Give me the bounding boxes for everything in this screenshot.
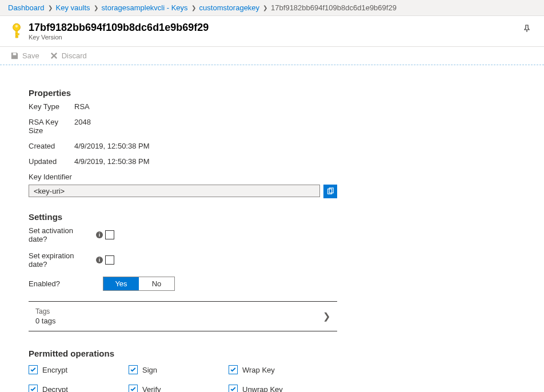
discard-button[interactable]: Discard: [50, 51, 87, 60]
discard-icon: [50, 51, 58, 60]
breadcrumb-vault-keys[interactable]: storagesamplekvcli - Keys: [102, 3, 188, 12]
key-identifier-label: Key Identifier: [29, 173, 337, 181]
content-area: Properties Key Type RSA RSA Key Size 204…: [0, 65, 366, 392]
permitted-operations-title: Permitted operations: [29, 349, 337, 358]
wrap-key-label: Wrap Key: [242, 366, 275, 374]
verify-label: Verify: [142, 385, 161, 393]
info-icon[interactable]: i: [96, 257, 103, 263]
key-type-value: RSA: [74, 102, 90, 111]
breadcrumb: Dashboard ❯ Key vaults ❯ storagesamplekv…: [0, 0, 544, 16]
encrypt-label: Encrypt: [42, 366, 67, 374]
rsa-key-size-value: 2048: [74, 118, 91, 135]
tags-count: 0 tags: [35, 317, 55, 325]
wrap-key-checkbox[interactable]: [229, 365, 238, 374]
toolbar: Save Discard: [0, 47, 544, 65]
discard-label: Discard: [62, 51, 87, 60]
copy-button[interactable]: [323, 185, 337, 198]
tags-row[interactable]: Tags 0 tags ❯: [29, 301, 337, 331]
settings-title: Settings: [29, 212, 337, 222]
chevron-right-icon: ❯: [263, 5, 267, 11]
activation-date-checkbox[interactable]: [105, 230, 114, 239]
enabled-label: Enabled?: [29, 279, 60, 288]
copy-icon: [326, 187, 334, 195]
activation-date-label: Set activation date?: [29, 226, 94, 243]
save-label: Save: [22, 51, 39, 60]
decrypt-checkbox[interactable]: [29, 385, 38, 392]
key-icon: [10, 23, 23, 40]
created-value: 4/9/2019, 12:50:38 PM: [74, 142, 150, 150]
page-title: 17bf9182bb694f109b8dc6d1e9b69f29: [29, 22, 209, 34]
pin-button[interactable]: [520, 22, 534, 37]
breadcrumb-dashboard[interactable]: Dashboard: [8, 3, 45, 12]
created-label: Created: [29, 142, 74, 150]
unwrap-key-checkbox[interactable]: [229, 385, 238, 392]
breadcrumb-key[interactable]: customstoragekey: [199, 3, 260, 12]
svg-rect-4: [15, 36, 18, 38]
page-header: 17bf9182bb694f109b8dc6d1e9b69f29 Key Ver…: [0, 16, 544, 47]
save-button[interactable]: Save: [10, 51, 39, 60]
tags-label: Tags: [35, 307, 55, 315]
sign-label: Sign: [142, 366, 157, 374]
chevron-right-icon: ❯: [323, 311, 330, 322]
enabled-toggle: Yes No: [103, 277, 175, 291]
svg-rect-3: [15, 34, 19, 35]
svg-point-1: [15, 25, 18, 28]
expiration-date-checkbox[interactable]: [105, 255, 114, 265]
breadcrumb-keyvaults[interactable]: Key vaults: [56, 3, 90, 12]
expiration-date-label: Set expiration date?: [29, 251, 94, 269]
properties-title: Properties: [29, 88, 337, 98]
enabled-yes[interactable]: Yes: [103, 277, 139, 290]
chevron-right-icon: ❯: [48, 5, 53, 11]
sign-checkbox[interactable]: [129, 365, 138, 374]
breadcrumb-current: 17bf9182bb694f109b8dc6d1e9b69f29: [271, 3, 397, 12]
verify-checkbox[interactable]: [129, 385, 138, 392]
save-icon: [10, 51, 19, 60]
encrypt-checkbox[interactable]: [29, 365, 38, 374]
info-icon[interactable]: i: [96, 231, 103, 238]
chevron-right-icon: ❯: [94, 5, 98, 11]
rsa-key-size-label: RSA Key Size: [29, 118, 74, 135]
chevron-right-icon: ❯: [191, 5, 196, 11]
updated-value: 4/9/2019, 12:50:38 PM: [74, 157, 150, 166]
updated-label: Updated: [29, 157, 74, 166]
enabled-no[interactable]: No: [139, 277, 174, 290]
unwrap-key-label: Unwrap Key: [242, 385, 283, 393]
key-identifier-field[interactable]: <key-uri>: [29, 185, 320, 197]
key-type-label: Key Type: [29, 102, 74, 111]
page-subtitle: Key Version: [29, 34, 209, 41]
decrypt-label: Decrypt: [42, 385, 68, 393]
